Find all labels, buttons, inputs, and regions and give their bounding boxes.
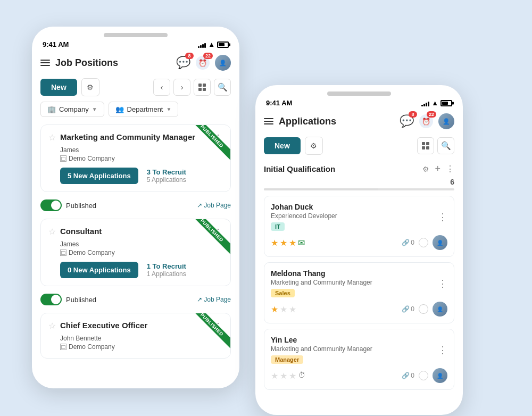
nav-bar-2: Applications 💬 8 ⏰ 22 👤 [255, 109, 463, 134]
app-footer-right-0: 🔗 0 👤 [402, 235, 447, 250]
activity-button-2[interactable]: ⏰ 22 [419, 114, 433, 128]
job-page-link-1[interactable]: ↗ Job Page [197, 296, 231, 303]
job-card-header-0: ☆ Marketing and Community Manager ⋮ [48, 132, 223, 144]
app-card-2: Yin Lee Marketing and Community Manager … [264, 329, 454, 390]
app-avatar-1: 👤 [433, 302, 447, 317]
star-1-3: ★ [289, 304, 296, 314]
chat-button-1[interactable]: 💬 8 [176, 56, 190, 70]
settings-button-1[interactable]: ⚙ [81, 78, 99, 96]
company-filter-label: Company [59, 105, 89, 113]
star-2-1: ★ [271, 371, 278, 381]
avatar-1[interactable]: 👤 [215, 55, 231, 71]
department-filter-label: Department [127, 105, 163, 113]
circle-btn-2[interactable] [419, 371, 428, 380]
battery-fill-2 [442, 102, 448, 105]
status-icons-2: ▲ [421, 99, 452, 107]
star-1-1: ★ [271, 304, 278, 314]
favorite-icon-1[interactable]: ☆ [48, 227, 56, 237]
app-info-2: Yin Lee Marketing and Community Manager … [271, 336, 372, 364]
toggle-0[interactable] [40, 199, 62, 211]
recruit-link-0[interactable]: 3 To Recruit [147, 168, 186, 176]
phone-2: 9:41 AM ▲ Applications � [255, 85, 463, 415]
published-text-0: Published [66, 202, 96, 210]
published-text-1: Published [66, 296, 96, 304]
app-name-0: Johan Duck [271, 203, 337, 211]
job-title-1: Consultant [60, 227, 209, 236]
nav-right-2: 💬 8 ⏰ 22 👤 [400, 113, 454, 129]
search-button-1[interactable]: 🔍 [214, 79, 231, 96]
col-title: Initial Qualification [264, 164, 335, 173]
applications-button-1[interactable]: 0 New Applications [60, 262, 138, 278]
avatar-img-1: 👤 [215, 55, 231, 71]
next-button-1[interactable]: › [173, 79, 190, 96]
page-title-2: Applications [279, 116, 336, 127]
link-count-2: 🔗 0 [402, 372, 414, 379]
signal-bar [200, 45, 202, 48]
toggle-1[interactable] [40, 294, 62, 305]
app-card-footer-1: ★ ★ ★ 🔗 0 👤 [271, 302, 447, 317]
new-button-1[interactable]: New [40, 79, 77, 96]
applications-button-0[interactable]: 5 New Applications [60, 168, 138, 184]
job-card-1: PUBLISHED ☆ Consultant ⋮ James □ Demo Co… [40, 219, 231, 286]
toolbar-2: New ⚙ 🔍 [255, 134, 463, 158]
battery-fill-1 [219, 43, 225, 46]
job-card-header-1: ☆ Consultant ⋮ [48, 227, 223, 238]
filter-row-1: 🏢 Company ▼ 👥 Department ▼ [32, 99, 239, 119]
kanban-view-button-2[interactable] [417, 137, 434, 154]
new-button-2[interactable]: New [264, 137, 301, 154]
settings-button-2[interactable]: ⚙ [305, 137, 323, 155]
activity-button-1[interactable]: ⏰ 22 [196, 56, 210, 70]
nav-left-1: Job Positions [40, 57, 118, 69]
company-1: □ Demo Company [60, 249, 223, 256]
battery-icon-2 [440, 100, 452, 106]
app-tag-1: Sales [271, 289, 295, 297]
company-chevron-icon: ▼ [92, 106, 97, 112]
favorite-icon-0[interactable]: ☆ [48, 132, 56, 143]
app-avatar-0: 👤 [433, 235, 447, 250]
app-more-icon-1[interactable]: ⋮ [438, 278, 447, 289]
col-more-icon[interactable]: ⋮ [446, 164, 454, 174]
col-settings-icon[interactable]: ⚙ [422, 165, 429, 173]
app-more-icon-2[interactable]: ⋮ [438, 344, 447, 356]
published-row-0: Published ↗ Job Page [32, 197, 239, 213]
page-title-1: Job Positions [55, 57, 118, 69]
kanban-view-button-1[interactable] [194, 79, 211, 96]
job-meta-0: James □ Demo Company [48, 146, 223, 162]
col-add-icon[interactable]: + [435, 163, 440, 174]
avatar-2[interactable]: 👤 [438, 113, 454, 129]
battery-icon-1 [217, 41, 229, 48]
company-filter[interactable]: 🏢 Company ▼ [40, 102, 104, 117]
app-position-2: Marketing and Community Manager [271, 345, 372, 353]
signal-bar [426, 103, 427, 106]
app-tag-2: Manager [271, 355, 303, 364]
app-footer-right-1: 🔗 0 👤 [402, 302, 447, 317]
activity-badge-2: 22 [427, 111, 436, 118]
prev-button-1[interactable]: ‹ [153, 79, 170, 96]
circle-btn-1[interactable] [419, 304, 428, 314]
app-more-icon-0[interactable]: ⋮ [438, 211, 447, 223]
menu-icon-1[interactable] [40, 60, 50, 66]
person-2: John Bennette [60, 335, 223, 342]
recruit-link-1[interactable]: 1 To Recruit [147, 262, 186, 270]
stars-0: ★ ★ ★ ✉ [271, 238, 305, 248]
menu-icon-2[interactable] [264, 118, 273, 124]
company-icon-1: □ [60, 249, 66, 256]
external-link-icon-0: ↗ [197, 202, 202, 209]
app-card-0: Johan Duck Experienced Developer IT ⋮ ★ … [264, 196, 454, 257]
recruit-sub-0: 5 Applications [147, 176, 186, 184]
department-filter[interactable]: 👥 Department ▼ [109, 102, 179, 117]
kanban-col-header: Initial Qualification ⚙ + ⋮ [264, 158, 454, 178]
app-card-footer-0: ★ ★ ★ ✉ 🔗 0 👤 [271, 235, 447, 250]
app-card-footer-2: ★ ★ ★ ⏱ 🔗 0 👤 [271, 368, 447, 383]
recruit-sub-1: 1 Applications [147, 270, 186, 278]
circle-btn-0[interactable] [419, 238, 428, 247]
app-card-header-0: Johan Duck Experienced Developer IT ⋮ [271, 203, 447, 231]
app-card-header-2: Yin Lee Marketing and Community Manager … [271, 336, 447, 364]
job-card-header-2: ☆ Chief Executive Officer ⋮ [48, 321, 223, 332]
company-icon-0: □ [60, 155, 66, 162]
toolbar-1: New ⚙ ‹ › 🔍 [32, 75, 239, 99]
favorite-icon-2[interactable]: ☆ [48, 321, 56, 331]
job-page-link-0[interactable]: ↗ Job Page [197, 202, 231, 209]
search-button-2[interactable]: 🔍 [437, 137, 454, 154]
chat-button-2[interactable]: 💬 8 [400, 114, 414, 128]
